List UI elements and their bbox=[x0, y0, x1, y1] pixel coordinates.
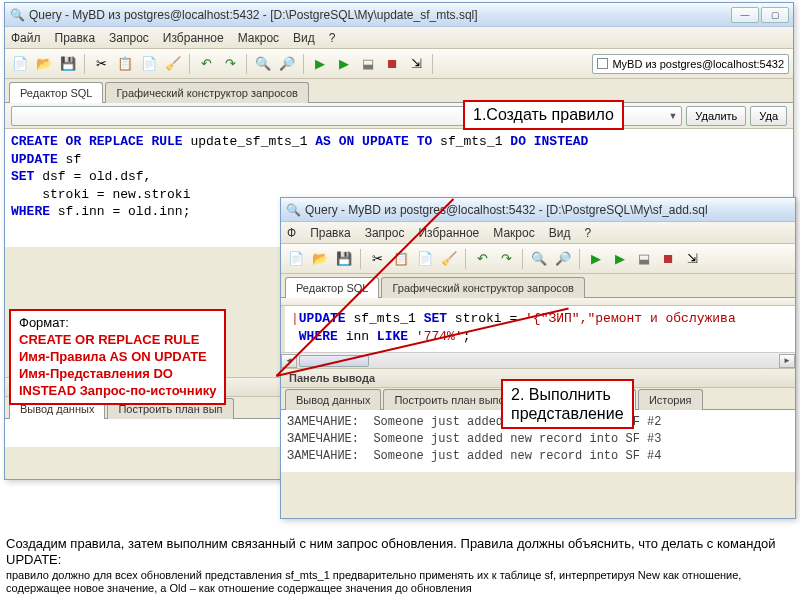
query-subbar: ▼ Удалить Уда bbox=[5, 103, 793, 129]
save-icon[interactable]: 💾 bbox=[57, 53, 79, 75]
menu-macro[interactable]: Макрос bbox=[238, 31, 279, 45]
redo-icon[interactable]: ↷ bbox=[219, 53, 241, 75]
window-title-2: Query - MyBD из postgres@localhost:5432 … bbox=[305, 203, 791, 217]
query-subbar-2 bbox=[281, 298, 795, 306]
format-line: Имя-Представления DO bbox=[19, 366, 216, 383]
callout-text: представление bbox=[511, 404, 624, 423]
export-icon[interactable]: ⇲ bbox=[405, 53, 427, 75]
open-icon[interactable]: 📂 bbox=[33, 53, 55, 75]
delete-button-2[interactable]: Уда bbox=[750, 106, 787, 126]
db-selector[interactable]: MyBD из postgres@localhost:5432 bbox=[592, 54, 789, 74]
menu-edit[interactable]: Правка bbox=[310, 226, 351, 240]
cut-icon[interactable]: ✂ bbox=[90, 53, 112, 75]
stop-icon[interactable]: ⏹ bbox=[657, 248, 679, 270]
menu-help[interactable]: ? bbox=[329, 31, 336, 45]
run-icon[interactable]: ▶ bbox=[309, 53, 331, 75]
run-pg-icon[interactable]: ▶ bbox=[333, 53, 355, 75]
maximize-button[interactable]: ▢ bbox=[761, 7, 789, 23]
app-icon: 🔍 bbox=[9, 7, 25, 23]
stop-icon[interactable]: ⏹ bbox=[381, 53, 403, 75]
callout-format: Формат: CREATE OR REPLACE RULE Имя-Прави… bbox=[9, 309, 226, 405]
format-line: Имя-Правила AS ON UPDATE bbox=[19, 349, 216, 366]
find-icon[interactable]: 🔍 bbox=[252, 53, 274, 75]
zoom-icon[interactable]: 🔎 bbox=[276, 53, 298, 75]
separator bbox=[432, 54, 433, 74]
separator bbox=[360, 249, 361, 269]
paste-icon[interactable]: 📄 bbox=[414, 248, 436, 270]
zoom-icon[interactable]: 🔎 bbox=[552, 248, 574, 270]
callout-text: 2. Выполнить bbox=[511, 385, 624, 404]
format-title: Формат: bbox=[19, 315, 216, 332]
menu-fav[interactable]: Избранное bbox=[163, 31, 224, 45]
menu-edit[interactable]: Правка bbox=[55, 31, 96, 45]
separator bbox=[579, 249, 580, 269]
titlebar-2[interactable]: 🔍 Query - MyBD из postgres@localhost:543… bbox=[281, 198, 795, 222]
menu-view[interactable]: Вид bbox=[293, 31, 315, 45]
new-icon[interactable]: 📄 bbox=[9, 53, 31, 75]
menu-help[interactable]: ? bbox=[584, 226, 591, 240]
separator bbox=[246, 54, 247, 74]
menu-file[interactable]: Ф bbox=[287, 226, 296, 240]
format-line: CREATE OR REPLACE RULE bbox=[19, 332, 216, 349]
chevron-down-icon: ▼ bbox=[668, 111, 677, 121]
format-line: INSTEAD Запрос-по-источнику bbox=[19, 383, 216, 400]
explain-icon[interactable]: ⬓ bbox=[357, 53, 379, 75]
menubar-2: Ф Правка Запрос Избранное Макрос Вид ? bbox=[281, 222, 795, 244]
menu-query[interactable]: Запрос bbox=[109, 31, 149, 45]
tab-output-data-2[interactable]: Вывод данных bbox=[285, 389, 381, 410]
find-icon[interactable]: 🔍 bbox=[528, 248, 550, 270]
menu-macro[interactable]: Макрос bbox=[493, 226, 534, 240]
menubar: Файл Правка Запрос Избранное Макрос Вид … bbox=[5, 27, 793, 49]
callout-step1: 1.Создать правило bbox=[463, 100, 624, 130]
tab-sql-editor[interactable]: Редактор SQL bbox=[9, 82, 103, 103]
menu-view[interactable]: Вид bbox=[549, 226, 571, 240]
sql-editor-2[interactable]: |UPDATE sf_mts_1 SET stroki = '{"ЗИП","р… bbox=[281, 306, 795, 352]
footer-p2: правило должно для всех обновлений предс… bbox=[6, 569, 794, 597]
db-label: MyBD из postgres@localhost:5432 bbox=[612, 58, 784, 70]
clear-icon[interactable]: 🧹 bbox=[438, 248, 460, 270]
scrollbar-horizontal[interactable]: ◄ ► bbox=[281, 352, 795, 368]
explain-icon[interactable]: ⬓ bbox=[633, 248, 655, 270]
separator bbox=[465, 249, 466, 269]
window-title: Query - MyBD из postgres@localhost:5432 … bbox=[29, 8, 731, 22]
menu-file[interactable]: Файл bbox=[11, 31, 41, 45]
callout-step2: 2. Выполнить представление bbox=[501, 379, 634, 429]
footer-p1: Создадим правила, затем выполним связанн… bbox=[6, 536, 794, 569]
undo-icon[interactable]: ↶ bbox=[195, 53, 217, 75]
titlebar[interactable]: 🔍 Query - MyBD из postgres@localhost:543… bbox=[5, 3, 793, 27]
editor-tabs: Редактор SQL Графический конструктор зап… bbox=[5, 79, 793, 103]
export-icon[interactable]: ⇲ bbox=[681, 248, 703, 270]
new-icon[interactable]: 📄 bbox=[285, 248, 307, 270]
separator bbox=[84, 54, 85, 74]
undo-icon[interactable]: ↶ bbox=[471, 248, 493, 270]
minimize-button[interactable]: — bbox=[731, 7, 759, 23]
footer-text: Создадим правила, затем выполним связанн… bbox=[6, 536, 794, 596]
delete-button[interactable]: Удалить bbox=[686, 106, 746, 126]
copy-icon[interactable]: 📋 bbox=[114, 53, 136, 75]
paste-icon[interactable]: 📄 bbox=[138, 53, 160, 75]
tab-output-hist[interactable]: История bbox=[638, 389, 703, 410]
tab-designer[interactable]: Графический конструктор запросов bbox=[105, 82, 309, 103]
menu-fav[interactable]: Избранное bbox=[418, 226, 479, 240]
toolbar-2: 📄 📂 💾 ✂ 📋 📄 🧹 ↶ ↷ 🔍 🔎 ▶ ▶ ⬓ ⏹ ⇲ bbox=[281, 244, 795, 274]
separator bbox=[189, 54, 190, 74]
callout-text: 1.Создать правило bbox=[473, 106, 614, 123]
clear-icon[interactable]: 🧹 bbox=[162, 53, 184, 75]
save-icon[interactable]: 💾 bbox=[333, 248, 355, 270]
redo-icon[interactable]: ↷ bbox=[495, 248, 517, 270]
tab-designer-2[interactable]: Графический конструктор запросов bbox=[381, 277, 585, 298]
run-icon[interactable]: ▶ bbox=[585, 248, 607, 270]
toolbar: 📄 📂 💾 ✂ 📋 📄 🧹 ↶ ↷ 🔍 🔎 ▶ ▶ ⬓ ⏹ ⇲ MyBD из … bbox=[5, 49, 793, 79]
separator bbox=[303, 54, 304, 74]
scroll-right-icon[interactable]: ► bbox=[779, 354, 795, 368]
app-icon: 🔍 bbox=[285, 202, 301, 218]
menu-query[interactable]: Запрос bbox=[365, 226, 405, 240]
separator bbox=[522, 249, 523, 269]
checkbox-icon[interactable] bbox=[597, 58, 608, 69]
open-icon[interactable]: 📂 bbox=[309, 248, 331, 270]
run-pg-icon[interactable]: ▶ bbox=[609, 248, 631, 270]
